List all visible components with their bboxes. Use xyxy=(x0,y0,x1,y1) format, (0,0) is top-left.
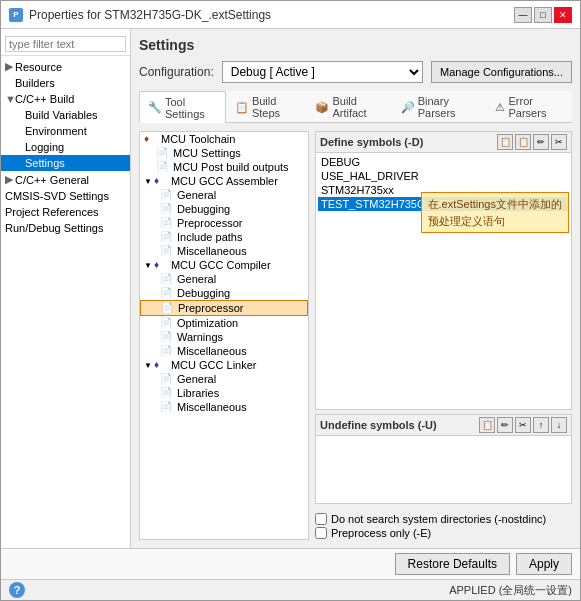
apply-button[interactable]: Apply xyxy=(516,553,572,575)
bottom-buttons-bar: Restore Defaults Apply xyxy=(1,548,580,579)
undefine-box-header: Undefine symbols (-U) 📋 ✏ ✂ ↑ ↓ xyxy=(316,415,571,436)
define-add-button[interactable]: 📋 xyxy=(497,134,513,150)
define-toolbar: 📋 📋 ✏ ✂ xyxy=(497,134,567,150)
define-symbols-box: Define symbols (-D) 📋 📋 ✏ ✂ DEBUG USE_HA… xyxy=(315,131,572,410)
sidebar-item-builders[interactable]: Builders xyxy=(1,75,130,91)
sidebar-item-resource[interactable]: ▶ Resource xyxy=(1,58,130,75)
define-item-test-demo[interactable]: TEST_STM32H735G_DEMO xyxy=(318,197,569,211)
define-item-hal-driver[interactable]: USE_HAL_DRIVER xyxy=(318,169,569,183)
tabs-bar: 🔧 Tool Settings 📋 Build Steps 📦 Build Ar… xyxy=(139,91,572,123)
define-box-header: Define symbols (-D) 📋 📋 ✏ ✂ xyxy=(316,132,571,153)
error-parsers-icon: ⚠ xyxy=(495,101,505,114)
check-row-preprocess-only: Preprocess only (-E) xyxy=(315,526,572,540)
title-bar-left: P Properties for STM32H735G-DK_.extSetti… xyxy=(9,8,271,22)
app-icon: P xyxy=(9,8,23,22)
no-search-dirs-label: Do not search system directories (-nostd… xyxy=(331,513,546,525)
tree-asm-miscellaneous[interactable]: 📄 Miscellaneous xyxy=(140,244,308,258)
tab-tool-settings[interactable]: 🔧 Tool Settings xyxy=(139,91,226,123)
sidebar-item-cpp-general[interactable]: ▶ C/C++ General xyxy=(1,171,130,188)
config-select[interactable]: Debug [ Active ] xyxy=(222,61,423,83)
define-delete-button[interactable]: ✂ xyxy=(551,134,567,150)
undefine-up-button[interactable]: ↑ xyxy=(533,417,549,433)
define-copy-button[interactable]: 📋 xyxy=(515,134,531,150)
check-row-nostdinc: Do not search system directories (-nostd… xyxy=(315,512,572,526)
close-button[interactable]: ✕ xyxy=(554,7,572,23)
sidebar-item-build-variables[interactable]: Build Variables xyxy=(1,107,130,123)
config-row: Configuration: Debug [ Active ] Manage C… xyxy=(139,61,572,83)
filter-input[interactable] xyxy=(5,36,126,52)
sidebar-item-logging[interactable]: Logging xyxy=(1,139,130,155)
tree-mcu-toolchain[interactable]: ♦ MCU Toolchain xyxy=(140,132,308,146)
undefine-symbols-box: Undefine symbols (-U) 📋 ✏ ✂ ↑ ↓ xyxy=(315,414,572,504)
left-tree-panel: ♦ MCU Toolchain 📄 MCU Settings 📄 MCU Pos… xyxy=(139,131,309,540)
restore-defaults-button[interactable]: Restore Defaults xyxy=(395,553,510,575)
sidebar-item-run-debug[interactable]: Run/Debug Settings xyxy=(1,220,130,236)
tool-settings-icon: 🔧 xyxy=(148,101,162,114)
define-list: DEBUG USE_HAL_DRIVER STM32H735xx TEST_ST… xyxy=(316,153,571,409)
config-label: Configuration: xyxy=(139,65,214,79)
sidebar-item-cpp-build[interactable]: ▼ C/C++ Build xyxy=(1,91,130,107)
tree-link-general[interactable]: 📄 General xyxy=(140,372,308,386)
build-artifact-icon: 📦 xyxy=(315,101,329,114)
define-edit-button[interactable]: ✏ xyxy=(533,134,549,150)
tree-mcu-gcc-assembler[interactable]: ▼ ♦ MCU GCC Assembler xyxy=(140,174,308,188)
undefine-down-button[interactable]: ↓ xyxy=(551,417,567,433)
help-icon[interactable]: ? xyxy=(9,582,25,598)
tree-gcc-miscellaneous[interactable]: 📄 Miscellaneous xyxy=(140,344,308,358)
preprocess-only-checkbox[interactable] xyxy=(315,527,327,539)
status-text: APPLIED (全局统一设置) xyxy=(449,583,572,598)
manage-configurations-button[interactable]: Manage Configurations... xyxy=(431,61,572,83)
define-box-title: Define symbols (-D) xyxy=(320,136,423,148)
tab-error-parsers[interactable]: ⚠ Error Parsers xyxy=(486,91,572,122)
two-panels: ♦ MCU Toolchain 📄 MCU Settings 📄 MCU Pos… xyxy=(139,131,572,540)
no-search-dirs-checkbox[interactable] xyxy=(315,513,327,525)
main-window: P Properties for STM32H735G-DK_.extSetti… xyxy=(0,0,581,601)
content-area: Settings Configuration: Debug [ Active ]… xyxy=(131,29,580,548)
define-item-stm32[interactable]: STM32H735xx xyxy=(318,183,569,197)
tab-build-artifact[interactable]: 📦 Build Artifact xyxy=(306,91,391,122)
undefine-edit-button[interactable]: ✏ xyxy=(497,417,513,433)
undefine-toolbar: 📋 ✏ ✂ ↑ ↓ xyxy=(479,417,567,433)
filter-area xyxy=(1,33,130,56)
tree-mcu-settings[interactable]: 📄 MCU Settings xyxy=(140,146,308,160)
main-layout: ▶ Resource Builders ▼ C/C++ Build Build … xyxy=(1,29,580,548)
tree-link-miscellaneous[interactable]: 📄 Miscellaneous xyxy=(140,400,308,414)
tree-mcu-gcc-linker[interactable]: ▼ ♦ MCU GCC Linker xyxy=(140,358,308,372)
tree-asm-include-paths[interactable]: 📄 Include paths xyxy=(140,230,308,244)
sidebar-item-cmsis[interactable]: CMSIS-SVD Settings xyxy=(1,188,130,204)
preprocess-only-label: Preprocess only (-E) xyxy=(331,527,431,539)
right-panel: Define symbols (-D) 📋 📋 ✏ ✂ DEBUG USE_HA… xyxy=(315,131,572,540)
window-title: Properties for STM32H735G-DK_.extSetting… xyxy=(29,8,271,22)
tree-mcu-gcc-compiler[interactable]: ▼ ♦ MCU GCC Compiler xyxy=(140,258,308,272)
sidebar-item-project-refs[interactable]: Project References xyxy=(1,204,130,220)
undefine-list xyxy=(316,436,571,503)
title-bar: P Properties for STM32H735G-DK_.extSetti… xyxy=(1,1,580,29)
undefine-box-title: Undefine symbols (-U) xyxy=(320,419,437,431)
sidebar-item-environment[interactable]: Environment xyxy=(1,123,130,139)
tree-gcc-preprocessor[interactable]: 📄 Preprocessor xyxy=(140,300,308,316)
tree-gcc-warnings[interactable]: 📄 Warnings xyxy=(140,330,308,344)
sidebar-item-settings[interactable]: Settings xyxy=(1,155,130,171)
undefine-add-button[interactable]: 📋 xyxy=(479,417,495,433)
minimize-button[interactable]: — xyxy=(514,7,532,23)
build-steps-icon: 📋 xyxy=(235,101,249,114)
tree-gcc-debugging[interactable]: 📄 Debugging xyxy=(140,286,308,300)
tree-asm-debugging[interactable]: 📄 Debugging xyxy=(140,202,308,216)
tab-binary-parsers[interactable]: 🔎 Binary Parsers xyxy=(392,91,487,122)
content-title: Settings xyxy=(139,37,572,53)
binary-parsers-icon: 🔎 xyxy=(401,101,415,114)
tree-gcc-optimization[interactable]: 📄 Optimization xyxy=(140,316,308,330)
tree-asm-general[interactable]: 📄 General xyxy=(140,188,308,202)
tree-asm-preprocessor[interactable]: 📄 Preprocessor xyxy=(140,216,308,230)
undefine-delete-button[interactable]: ✂ xyxy=(515,417,531,433)
define-item-debug[interactable]: DEBUG xyxy=(318,155,569,169)
help-bar: ? APPLIED (全局统一设置) xyxy=(1,579,580,600)
sidebar: ▶ Resource Builders ▼ C/C++ Build Build … xyxy=(1,29,131,548)
window-controls: — □ ✕ xyxy=(514,7,572,23)
tab-build-steps[interactable]: 📋 Build Steps xyxy=(226,91,307,122)
tree-gcc-general[interactable]: 📄 General xyxy=(140,272,308,286)
tree-link-libraries[interactable]: 📄 Libraries xyxy=(140,386,308,400)
maximize-button[interactable]: □ xyxy=(534,7,552,23)
tree-mcu-post-outputs[interactable]: 📄 MCU Post build outputs xyxy=(140,160,308,174)
bottom-checks: Do not search system directories (-nostd… xyxy=(315,512,572,540)
